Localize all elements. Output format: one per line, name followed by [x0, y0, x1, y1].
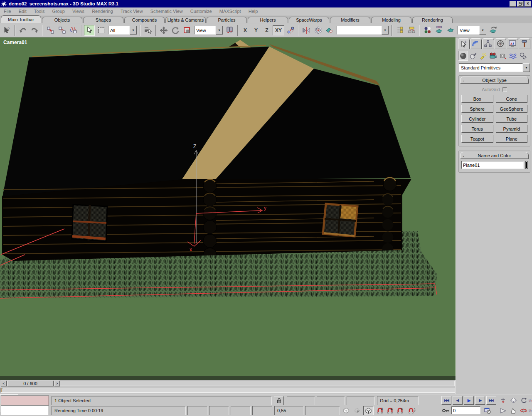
menu-customize[interactable]: Customize [187, 8, 216, 15]
open-schematic-view-button[interactable] [406, 25, 417, 36]
select-and-move-button[interactable] [158, 25, 169, 36]
render-type-dropdown[interactable]: View ▼ [458, 26, 486, 35]
undo-button[interactable] [17, 25, 28, 36]
tab-modify[interactable] [470, 38, 482, 49]
render-scene-button[interactable] [433, 25, 444, 36]
material-editor-button[interactable] [422, 25, 433, 36]
region-zoom-button[interactable] [529, 406, 532, 415]
coord-y-field[interactable] [317, 396, 345, 405]
minimize-button[interactable]: _ [510, 1, 516, 7]
unlink-selection-button[interactable] [57, 25, 67, 36]
select-and-rotate-button[interactable] [170, 25, 181, 36]
render-last-button[interactable] [488, 25, 499, 36]
array-button[interactable] [313, 25, 323, 36]
use-pivot-center-button[interactable] [224, 25, 235, 36]
help-mode-button[interactable]: ? [2, 25, 12, 36]
viewport-label[interactable]: Camera01 [3, 40, 27, 45]
spinner-snap-button[interactable] [407, 406, 417, 415]
align-button[interactable] [324, 25, 335, 36]
menu-edit[interactable]: Edit [15, 8, 30, 15]
coord-x-field[interactable] [287, 396, 315, 405]
min-max-toggle-button[interactable] [529, 396, 532, 405]
autogrid-checkbox[interactable] [502, 87, 507, 92]
key-mode-button[interactable] [441, 406, 451, 415]
object-type-rollout-header[interactable]: - Object Type [460, 77, 529, 84]
select-and-scale-button[interactable] [182, 25, 192, 36]
menu-views[interactable]: Views [69, 8, 88, 15]
redo-button[interactable] [29, 25, 40, 36]
snap-toggle-button[interactable] [363, 406, 374, 415]
tab-particles[interactable]: Particles [207, 17, 247, 23]
pyramid-button[interactable]: Pyramid [496, 125, 528, 133]
menu-help[interactable]: Help [245, 8, 262, 15]
spinner-value-field[interactable]: 0,55 [274, 406, 303, 415]
bind-to-spacewarp-button[interactable] [68, 25, 79, 36]
object-name-input[interactable] [461, 161, 524, 169]
menu-schematic-view[interactable]: Schematic View [147, 8, 187, 15]
tube-button[interactable]: Tube [496, 115, 528, 123]
dropdown-arrow-icon[interactable]: ▼ [216, 26, 223, 35]
title-bar[interactable]: demo02_screenshots.max - 3D Studio MAX R… [0, 0, 532, 7]
truck-camera-button[interactable] [509, 406, 518, 415]
track-bar[interactable]: [ [0, 387, 456, 394]
restrict-x-button[interactable]: X [240, 25, 250, 35]
degrade-override-button[interactable] [342, 406, 351, 415]
systems-category-button[interactable] [518, 51, 528, 61]
selection-lock-button[interactable] [274, 396, 284, 405]
tab-main-toolbar[interactable]: Main Toolbar [1, 15, 41, 23]
shapes-category-button[interactable] [468, 51, 478, 61]
selection-dot-button[interactable] [352, 406, 362, 415]
tab-display[interactable] [507, 38, 518, 49]
reference-coordinate-dropdown[interactable]: View ▼ [194, 26, 223, 35]
named-selection-dropdown[interactable]: ▼ [337, 26, 389, 35]
box-button[interactable]: Box [461, 95, 493, 103]
tab-spacewarps[interactable]: SpaceWarps [289, 17, 329, 23]
lights-category-button[interactable] [478, 51, 488, 61]
selection-filter-dropdown[interactable]: All ▼ [108, 26, 137, 35]
play-button[interactable]: ▶ [464, 396, 474, 405]
camera-viewport[interactable]: Z y x Camera01 [0, 37, 456, 380]
dropdown-arrow-icon[interactable]: ▼ [382, 26, 389, 35]
tab-motion[interactable] [495, 38, 506, 49]
ik-toggle-button[interactable] [285, 25, 296, 36]
sphere-button[interactable]: Sphere [461, 105, 493, 113]
tab-lights-cameras[interactable]: Lights & Cameras [165, 17, 206, 23]
menu-track-view[interactable]: Track View [117, 8, 147, 15]
zoom-extents-button[interactable] [509, 396, 518, 405]
time-next-button[interactable]: > [54, 381, 60, 386]
go-to-start-button[interactable]: |◀◀ [441, 396, 451, 405]
name-color-rollout-header[interactable]: - Name and Color [460, 152, 529, 159]
angle-snap-button[interactable] [386, 406, 395, 415]
maxscript-listener-pane[interactable] [1, 406, 49, 415]
snap-3d-button[interactable]: 3 [376, 406, 385, 415]
torus-button[interactable]: Torus [461, 125, 493, 133]
tab-hierarchy[interactable] [482, 38, 494, 49]
geosphere-button[interactable]: GeoSphere [496, 105, 528, 113]
dropdown-arrow-icon[interactable]: ▼ [130, 26, 137, 35]
open-track-view-button[interactable] [394, 25, 405, 36]
select-object-button[interactable] [84, 25, 95, 36]
menu-group[interactable]: Group [48, 8, 69, 15]
close-button[interactable]: × [525, 1, 531, 7]
macro-recorder-pane[interactable] [1, 396, 49, 405]
restore-button[interactable] [517, 1, 524, 7]
next-frame-button[interactable]: |▶ [475, 396, 485, 405]
tab-compounds[interactable]: Compounds [124, 17, 165, 23]
menu-maxscript[interactable]: MAXScript [216, 8, 245, 15]
dropdown-arrow-icon[interactable]: ▼ [523, 63, 530, 72]
tab-modeling[interactable]: Modeling [371, 17, 411, 23]
select-by-name-button[interactable] [143, 25, 153, 36]
select-and-link-button[interactable] [45, 25, 56, 36]
helpers-category-button[interactable] [498, 51, 508, 61]
primitive-category-dropdown[interactable]: Standard Primitives ▼ [459, 63, 530, 72]
object-color-swatch[interactable] [526, 161, 527, 168]
orbit-camera-button[interactable] [519, 406, 528, 415]
dropdown-arrow-icon[interactable]: ▼ [479, 26, 486, 35]
tab-objects[interactable]: Objects [42, 17, 82, 23]
tab-helpers[interactable]: Helpers [248, 17, 288, 23]
coord-z-field[interactable] [347, 396, 375, 405]
tab-rendering[interactable]: Rendering [412, 17, 453, 23]
percent-snap-button[interactable]: % [396, 406, 405, 415]
tab-utilities[interactable] [519, 38, 530, 49]
plane-button[interactable]: Plane [496, 135, 528, 143]
